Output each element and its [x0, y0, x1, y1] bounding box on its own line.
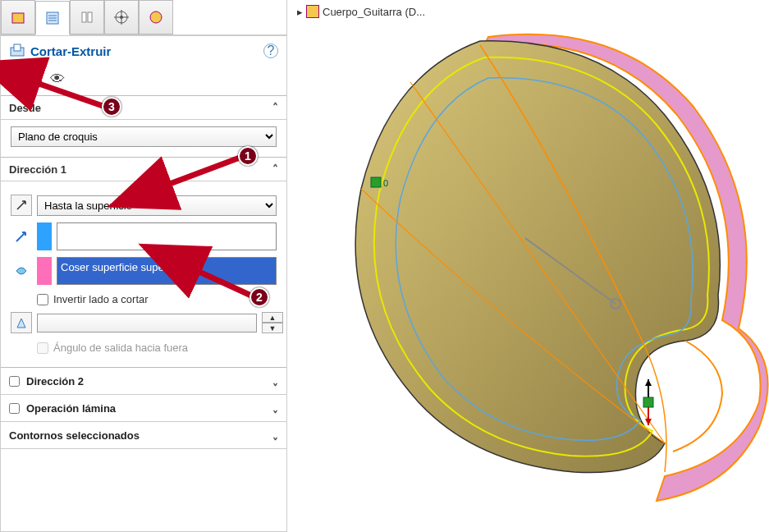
svg-marker-21	[645, 419, 652, 425]
target-icon	[113, 9, 130, 25]
draft-button[interactable]	[11, 312, 32, 333]
section-contornos-label: Contornos seleccionados	[9, 429, 140, 442]
confirm-bar: ✔ ✖ 👁	[1, 66, 286, 96]
sphere-icon	[148, 9, 164, 25]
callout-1: 1	[238, 146, 258, 166]
direction-vector-icon[interactable]	[11, 222, 32, 250]
section-desde-header[interactable]: Desde ˄	[1, 96, 286, 120]
reverse-direction-button[interactable]	[11, 195, 32, 216]
section-lamina-label: Operación lámina	[26, 402, 116, 415]
display-manager-tab[interactable]	[139, 0, 173, 34]
desde-dropdown[interactable]: Plano de croquis	[11, 126, 277, 147]
chevron-up-icon: ˄	[272, 101, 278, 114]
lamina-checkbox[interactable]	[9, 403, 20, 414]
expand-arrow-icon[interactable]: ▸	[297, 6, 303, 18]
preview-toggle[interactable]: 👁	[50, 71, 65, 88]
direction-color-indicator	[37, 222, 52, 250]
draft-angle-down[interactable]: ▼	[262, 323, 283, 333]
chevron-up-icon: ˄	[272, 163, 278, 176]
callout-2: 2	[249, 287, 269, 307]
surface-selection-field[interactable]: Coser superficie superior	[57, 257, 277, 285]
chevron-down-icon: ˄	[272, 429, 278, 442]
graphics-viewport[interactable]: ▸ Cuerpo_Guitarra (D... 0	[287, 0, 769, 532]
invert-side-label: Invertir lado a cortar	[53, 293, 149, 305]
form-icon	[44, 10, 61, 26]
reverse-arrow-icon	[15, 199, 28, 212]
invert-side-checkbox[interactable]	[37, 294, 48, 305]
svg-rect-0	[12, 13, 24, 23]
cut-extrude-icon	[9, 43, 25, 59]
config-icon	[79, 9, 95, 25]
draft-icon	[15, 316, 28, 329]
svg-marker-19	[645, 379, 652, 386]
guitar-body-model: 0	[312, 16, 769, 525]
dir2-checkbox[interactable]	[9, 376, 20, 387]
svg-rect-22	[643, 397, 653, 407]
section-contornos[interactable]: Contornos seleccionados ˄	[1, 422, 286, 449]
section-dir2[interactable]: Dirección 2 ˄	[1, 368, 286, 395]
draft-outward-checkbox	[37, 342, 48, 354]
section-lamina[interactable]: Operación lámina ˄	[1, 395, 286, 422]
property-manager-tab[interactable]	[35, 1, 70, 35]
surface-color-indicator	[37, 257, 52, 285]
section-dir2-label: Dirección 2	[26, 375, 84, 388]
help-icon[interactable]: ?	[263, 44, 278, 58]
section-dir1-body: Hasta la superficie Coser superficie sup…	[1, 181, 286, 368]
feature-header: Cortar-Extruir ?	[1, 36, 286, 66]
feature-title: Cortar-Extruir	[30, 44, 263, 58]
cube-icon	[10, 9, 26, 25]
chevron-down-icon: ˄	[272, 401, 278, 415]
svg-text:0: 0	[383, 178, 388, 188]
config-manager-tab[interactable]	[70, 0, 104, 34]
svg-point-11	[150, 11, 162, 23]
callout-3: 3	[102, 97, 121, 117]
svg-rect-6	[88, 12, 92, 22]
feature-tree-tab[interactable]	[1, 0, 35, 34]
draft-angle-field[interactable]	[37, 314, 257, 332]
panel-tabstrip	[1, 0, 286, 36]
svg-rect-5	[82, 12, 86, 22]
dimxpert-tab[interactable]	[104, 0, 139, 34]
section-dir1-label: Dirección 1	[9, 163, 66, 176]
direction-reference-field[interactable]	[57, 222, 277, 250]
svg-rect-13	[14, 44, 21, 51]
svg-rect-16	[371, 177, 381, 187]
draft-outward-label: Ángulo de salida hacia fuera	[53, 342, 188, 354]
end-condition-dropdown[interactable]: Hasta la superficie	[37, 195, 277, 216]
cancel-button[interactable]: ✖	[30, 69, 43, 89]
section-desde-label: Desde	[9, 102, 41, 114]
property-manager-panel: Cortar-Extruir ? ✔ ✖ 👁 Desde ˄ Plano de …	[0, 0, 287, 532]
accept-button[interactable]: ✔	[9, 69, 23, 89]
surface-select-icon[interactable]	[11, 257, 32, 285]
draft-angle-up[interactable]: ▲	[262, 312, 283, 323]
chevron-down-icon: ˄	[272, 374, 278, 388]
